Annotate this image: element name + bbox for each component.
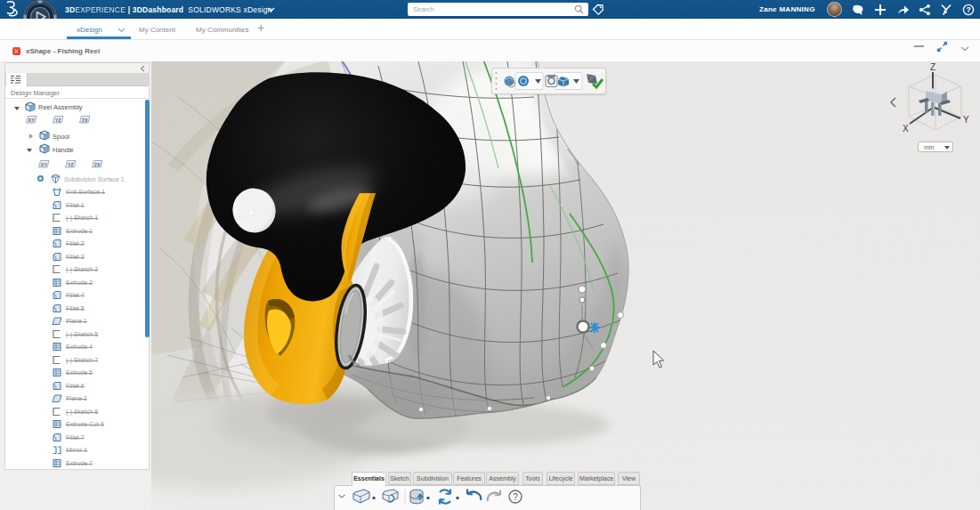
svg-text:X: X <box>903 124 909 134</box>
svg-text:ZX: ZX <box>82 117 88 123</box>
svg-text:Y: Y <box>963 115 969 125</box>
svg-text:XY: XY <box>41 162 48 167</box>
svg-text:YZ: YZ <box>68 162 75 167</box>
svg-text:XY: XY <box>28 117 36 123</box>
svg-text:?: ? <box>966 5 970 14</box>
svg-text:YZ: YZ <box>55 117 62 123</box>
svg-text:?: ? <box>513 492 518 502</box>
svg-text:Z: Z <box>930 62 935 72</box>
svg-text:ZX: ZX <box>94 162 101 167</box>
